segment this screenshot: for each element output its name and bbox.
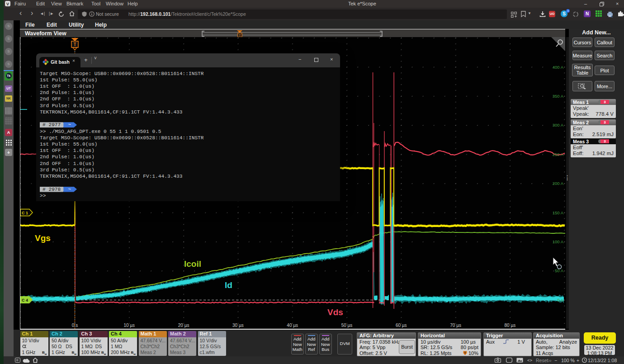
svg-text:Vgs: Vgs — [35, 233, 51, 243]
svg-text:0 s: 0 s — [72, 323, 78, 328]
svg-text:200 A: 200 A — [553, 181, 564, 186]
svg-text:T: T — [73, 42, 76, 47]
svg-text:150 A: 150 A — [553, 210, 564, 215]
svg-text:C 1: C 1 — [22, 211, 28, 215]
svg-text:20 µs: 20 µs — [178, 323, 189, 328]
svg-text:Icoil: Icoil — [184, 259, 201, 269]
svg-text:Id: Id — [225, 280, 232, 290]
svg-text:80 µs: 80 µs — [505, 323, 516, 328]
svg-text:30 µs: 30 µs — [232, 323, 244, 328]
svg-text:400 A: 400 A — [553, 65, 564, 70]
svg-text:10 µs: 10 µs — [123, 323, 135, 328]
svg-text:60 µs: 60 µs — [396, 323, 407, 328]
svg-text:C 4: C 4 — [22, 298, 28, 303]
svg-text:350 A: 350 A — [553, 94, 564, 99]
svg-text:T: T — [464, 351, 466, 354]
svg-text:50 µs: 50 µs — [341, 323, 353, 328]
svg-text:70 µs: 70 µs — [450, 323, 461, 328]
svg-text:300 A: 300 A — [553, 123, 564, 128]
svg-text:T: T — [239, 34, 241, 37]
svg-text:100 A: 100 A — [553, 239, 564, 244]
svg-text:0 A: 0 A — [557, 298, 563, 303]
svg-text:V: V — [6, 2, 9, 6]
svg-text:Vds: Vds — [327, 307, 343, 317]
svg-text:250 A: 250 A — [553, 152, 564, 157]
svg-text:40 µs: 40 µs — [287, 323, 298, 328]
